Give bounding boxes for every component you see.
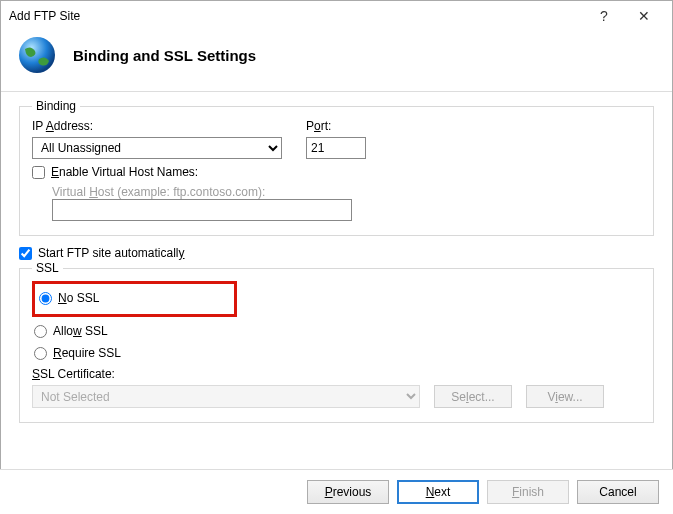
no-ssl-highlight: No SSL bbox=[32, 281, 237, 317]
help-button[interactable]: ? bbox=[584, 2, 624, 30]
ip-address-select[interactable]: All Unassigned bbox=[32, 137, 282, 159]
ssl-legend: SSL bbox=[32, 261, 63, 275]
no-ssl-radio[interactable] bbox=[39, 292, 52, 305]
wizard-content: Binding IP Address: All Unassigned Port:… bbox=[1, 92, 672, 439]
binding-group: Binding IP Address: All Unassigned Port:… bbox=[19, 106, 654, 236]
window-title: Add FTP Site bbox=[9, 9, 584, 23]
allow-ssl-radio[interactable] bbox=[34, 325, 47, 338]
virtual-host-label: Virtual Host (example: ftp.contoso.com): bbox=[52, 185, 641, 199]
enable-virtual-host-checkbox[interactable] bbox=[32, 166, 45, 179]
allow-ssl-label: Allow SSL bbox=[53, 324, 108, 338]
previous-button[interactable]: Previous bbox=[307, 480, 389, 504]
require-ssl-label: Require SSL bbox=[53, 346, 121, 360]
cancel-button[interactable]: Cancel bbox=[577, 480, 659, 504]
select-cert-button: Select... bbox=[434, 385, 512, 408]
view-cert-button: View... bbox=[526, 385, 604, 408]
start-automatically-checkbox[interactable] bbox=[19, 247, 32, 260]
wizard-header: Binding and SSL Settings bbox=[1, 31, 672, 91]
globe-icon bbox=[17, 35, 57, 75]
binding-legend: Binding bbox=[32, 99, 80, 113]
page-title: Binding and SSL Settings bbox=[73, 47, 256, 64]
next-button[interactable]: Next bbox=[397, 480, 479, 504]
wizard-footer: Previous Next Finish Cancel bbox=[0, 469, 673, 514]
ip-address-label: IP Address: bbox=[32, 119, 282, 133]
enable-virtual-host-label: Enable Virtual Host Names: bbox=[51, 165, 198, 179]
port-label: Port: bbox=[306, 119, 366, 133]
virtual-host-input bbox=[52, 199, 352, 221]
start-automatically-label: Start FTP site automatically bbox=[38, 246, 185, 260]
finish-button: Finish bbox=[487, 480, 569, 504]
port-input[interactable] bbox=[306, 137, 366, 159]
no-ssl-label: No SSL bbox=[58, 291, 99, 305]
svg-point-0 bbox=[19, 37, 55, 73]
title-bar: Add FTP Site ? ✕ bbox=[1, 1, 672, 31]
close-button[interactable]: ✕ bbox=[624, 2, 664, 30]
ssl-cert-select: Not Selected bbox=[32, 385, 420, 408]
require-ssl-radio[interactable] bbox=[34, 347, 47, 360]
ssl-cert-label: SSL Certificate: bbox=[32, 367, 641, 381]
ssl-group: SSL No SSL Allow SSL Require SSL SSL Cer… bbox=[19, 268, 654, 423]
